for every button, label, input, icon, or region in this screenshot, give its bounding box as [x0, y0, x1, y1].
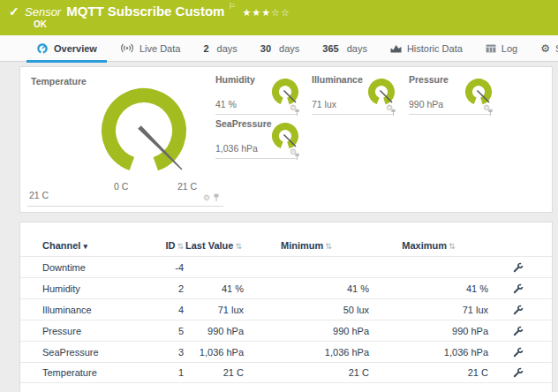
- log-table-icon: [486, 44, 496, 53]
- tab-settings[interactable]: ⚙ Settings: [529, 35, 558, 62]
- cell-maximum: 71 lux: [369, 305, 488, 315]
- sort-icon: ⇅: [177, 242, 184, 251]
- wrench-icon[interactable]: [513, 347, 524, 358]
- sensor-header: ✓ SensorMQTT Subscribe Custom⚐★★★☆☆ OK: [0, 0, 558, 35]
- pin-icon[interactable]: [390, 109, 396, 117]
- cell-id: 5: [144, 326, 184, 336]
- tab-label: days: [279, 43, 299, 54]
- sensor-title: MQTT Subscribe Custom: [66, 4, 224, 19]
- cell-maximum: 990 hPa: [369, 326, 488, 336]
- sensor-kind-label: Sensor: [25, 5, 61, 19]
- tab-2-days[interactable]: 2 days: [192, 35, 248, 62]
- cell-minimum: 50 lux: [244, 305, 369, 315]
- sort-icon: ⇅: [325, 242, 332, 251]
- cell-id: 2: [144, 283, 184, 294]
- tab-log[interactable]: Log: [474, 35, 529, 62]
- table-row-humidity[interactable]: Humidity 2 41 % 41 % 41 %: [20, 277, 552, 298]
- gauge-icon: [36, 42, 49, 55]
- pin-icon[interactable]: [213, 193, 220, 202]
- pin-icon[interactable]: [294, 109, 300, 117]
- gauge-min-label: 0 C: [114, 181, 128, 192]
- gauge-seapressure[interactable]: SeaPressure 1,036 hPa ⚙: [215, 118, 297, 159]
- wrench-icon[interactable]: [513, 367, 524, 378]
- gauges-panel: Temperature 0 C 21 C 21 C ⚙ Humidity 41 …: [19, 66, 553, 213]
- tab-historic-data[interactable]: Historic Data: [379, 35, 474, 62]
- cell-id: 1: [144, 367, 184, 378]
- temperature-gauge-dial: [94, 83, 193, 182]
- tab-overview[interactable]: Overview: [25, 35, 109, 62]
- table-row-illuminance[interactable]: Illuminance 4 71 lux 50 lux 71 lux: [20, 298, 552, 320]
- cell-minimum: 21 C: [244, 367, 369, 378]
- cell-maximum: 1,036 hPa: [369, 347, 488, 358]
- gauge-current-value: 71 lux: [312, 99, 336, 109]
- tab-bar: Overview Live Data 2 days 30 days 365 da…: [0, 35, 558, 62]
- col-header-maximum[interactable]: Maximum⇅: [369, 240, 488, 251]
- cell-maximum: 41 %: [369, 283, 488, 294]
- tab-label: Live Data: [140, 43, 180, 54]
- table-row-downtime[interactable]: Downtime -4: [20, 256, 552, 277]
- live-signal-icon: [120, 43, 134, 53]
- tab-label-number: 2: [203, 43, 208, 54]
- wrench-icon[interactable]: [513, 283, 524, 294]
- gauge-current-value: 41 %: [215, 99, 237, 109]
- cell-channel: Pressure: [42, 326, 144, 336]
- gauge-current-value: 1,036 hPa: [215, 143, 258, 154]
- cell-minimum: 1,036 hPa: [244, 347, 369, 358]
- gauge-current-value: 990 hPa: [409, 99, 443, 109]
- cell-maximum: 21 C: [369, 367, 488, 378]
- gauge-title: SeaPressure: [215, 118, 272, 129]
- cell-channel: Downtime: [42, 262, 144, 273]
- chevron-down-icon: ▾: [83, 242, 87, 251]
- cell-id: 4: [144, 305, 184, 315]
- cell-last-value: 41 %: [184, 283, 244, 294]
- table-row-pressure[interactable]: Pressure 5 990 hPa 990 hPa 990 hPa: [20, 320, 552, 341]
- cell-channel: Humidity: [42, 283, 144, 294]
- cell-channel: Temperature: [42, 367, 144, 378]
- channel-table-header: Channel▾ ID⇅ Last Value⇅ Minimum⇅ Maximu…: [20, 222, 552, 256]
- channel-table-panel: Channel▾ ID⇅ Last Value⇅ Minimum⇅ Maximu…: [19, 222, 553, 392]
- gauge-humidity[interactable]: Humidity 41 % ⚙: [215, 74, 297, 115]
- gauge-title: Illuminance: [312, 74, 363, 85]
- pin-icon[interactable]: [487, 109, 494, 117]
- gauge-illuminance[interactable]: Illuminance 71 lux ⚙: [312, 74, 393, 115]
- cell-last-value: 21 C: [184, 367, 244, 378]
- sort-icon: ⇅: [235, 242, 242, 251]
- tab-live-data[interactable]: Live Data: [109, 35, 192, 62]
- cell-channel: SeaPressure: [42, 347, 144, 358]
- col-header-last-value[interactable]: Last Value⇅: [184, 240, 244, 251]
- pin-icon[interactable]: [294, 153, 300, 161]
- tab-365-days[interactable]: 365 days: [311, 35, 379, 62]
- status-ok-check-icon: ✓: [9, 4, 19, 19]
- cell-last-value: 71 lux: [184, 305, 244, 315]
- gauge-temperature[interactable]: Temperature 0 C 21 C 21 C ⚙: [27, 72, 223, 207]
- cell-last-value: 990 hPa: [184, 326, 244, 336]
- cell-id: 3: [144, 347, 184, 358]
- col-header-minimum[interactable]: Minimum⇅: [244, 240, 369, 251]
- chart-icon: [390, 44, 402, 53]
- tab-label: Historic Data: [407, 43, 463, 54]
- gauge-max-label: 21 C: [177, 181, 197, 192]
- priority-stars[interactable]: ★★★☆☆: [242, 7, 290, 18]
- gauge-title: Temperature: [31, 76, 87, 87]
- wrench-icon[interactable]: [513, 326, 524, 336]
- gear-icon: ⚙: [540, 43, 550, 54]
- cell-last-value: 1,036 hPa: [184, 347, 244, 358]
- table-row-seapressure[interactable]: SeaPressure 3 1,036 hPa 1,036 hPa 1,036 …: [20, 341, 552, 362]
- gauge-pressure[interactable]: Pressure 990 hPa ⚙: [409, 74, 490, 115]
- gauge-title: Humidity: [215, 74, 255, 85]
- tab-30-days[interactable]: 30 days: [249, 35, 312, 62]
- cell-id: -4: [144, 262, 184, 273]
- wrench-icon[interactable]: [513, 262, 524, 273]
- cell-minimum: 41 %: [244, 283, 369, 294]
- col-header-id[interactable]: ID⇅: [144, 240, 184, 251]
- tab-label: days: [217, 43, 238, 54]
- col-header-channel[interactable]: Channel▾: [42, 240, 144, 251]
- table-row-temperature[interactable]: Temperature 1 21 C 21 C 21 C: [20, 362, 552, 383]
- wrench-icon[interactable]: [513, 305, 524, 315]
- gauge-current-value: 21 C: [29, 190, 49, 200]
- tab-label: Overview: [54, 43, 97, 54]
- flag-icon[interactable]: ⚐: [228, 2, 235, 11]
- gauge-settings-gear-icon[interactable]: ⚙: [203, 194, 210, 202]
- tab-label: Log: [501, 43, 517, 54]
- gauge-title: Pressure: [409, 74, 449, 85]
